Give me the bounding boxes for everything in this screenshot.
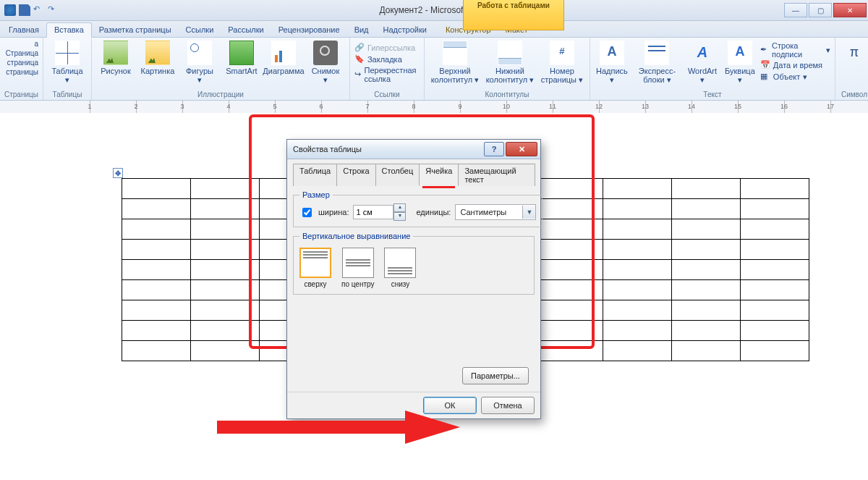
tab-page-layout[interactable]: Разметка страницы bbox=[92, 23, 179, 37]
units-label: единицы: bbox=[416, 208, 451, 216]
valign-center-option[interactable]: по центру bbox=[341, 248, 374, 288]
group-tables: Таблица▾ Таблицы bbox=[43, 38, 92, 100]
table-properties-dialog: Свойства таблицы ? ✕ Таблица Строка Стол… bbox=[286, 139, 541, 419]
crossref-button[interactable]: ↪Перекрестная ссылка bbox=[354, 65, 420, 84]
width-spinner[interactable]: ▲▼ bbox=[353, 203, 406, 221]
group-text: Надпись▾ Экспресс-блоки ▾ WordArt▾ Букви… bbox=[590, 38, 835, 100]
dialog-title: Свойства таблицы bbox=[293, 145, 362, 153]
tab-mailings[interactable]: Рассылки bbox=[221, 23, 271, 37]
smartart-icon bbox=[229, 41, 254, 65]
dialog-footer: ОК Отмена bbox=[287, 392, 540, 418]
redo-icon[interactable]: ↷ bbox=[48, 4, 59, 16]
ok-button[interactable]: ОК bbox=[423, 397, 477, 414]
dialog-tab-alt-text[interactable]: Замещающий текст bbox=[458, 164, 535, 186]
group-links: 🔗Гиперссылка 🔖Закладка ↪Перекрестная ссы… bbox=[350, 38, 425, 100]
equation-button[interactable]: π bbox=[840, 39, 868, 65]
crossref-icon: ↪ bbox=[354, 70, 362, 80]
hyperlink-button[interactable]: 🔗Гиперссылка bbox=[354, 42, 420, 54]
chart-button[interactable]: Диаграмма bbox=[264, 39, 303, 75]
size-legend: Размер bbox=[299, 190, 333, 199]
title-bar: ↶ ↷ Документ2 - Microsoft Word Работа с … bbox=[0, 0, 868, 21]
spin-up-button[interactable]: ▲ bbox=[393, 203, 406, 212]
dialog-titlebar[interactable]: Свойства таблицы ? ✕ bbox=[287, 140, 540, 159]
width-input[interactable] bbox=[353, 205, 393, 219]
tab-review[interactable]: Рецензирование bbox=[271, 23, 347, 37]
page-number-icon bbox=[550, 41, 574, 65]
ribbon-tabs: Главная Вставка Разметка страницы Ссылки… bbox=[0, 21, 868, 38]
header-button[interactable]: Верхний колонтитул ▾ bbox=[429, 39, 481, 84]
valign-legend: Вертикальное выравнивание bbox=[299, 232, 413, 240]
width-label: ширина: bbox=[318, 208, 349, 216]
window-buttons: — ▢ ✕ bbox=[784, 3, 868, 17]
word-icon bbox=[4, 4, 16, 16]
group-symbols: π Символ bbox=[835, 38, 868, 100]
contextual-tab-header: Работа с таблицами bbox=[463, 0, 564, 30]
page-number-button[interactable]: Номер страницы ▾ bbox=[539, 39, 585, 84]
shapes-icon bbox=[187, 41, 212, 65]
chevron-down-icon: ▼ bbox=[522, 206, 535, 219]
clipart-button[interactable]: Картинка bbox=[138, 39, 177, 75]
clipart-icon bbox=[145, 41, 170, 65]
parameters-button[interactable]: Параметры... bbox=[462, 367, 529, 384]
dialog-tab-cell[interactable]: Ячейка bbox=[419, 164, 459, 186]
width-checkbox[interactable] bbox=[302, 208, 312, 217]
tab-view[interactable]: Вид bbox=[347, 23, 376, 37]
wordart-button[interactable]: WordArt▾ bbox=[685, 39, 720, 84]
undo-icon[interactable]: ↶ bbox=[33, 4, 45, 16]
quickparts-icon bbox=[644, 41, 669, 65]
footer-icon bbox=[498, 41, 522, 65]
dialog-tabs: Таблица Строка Столбец Ячейка Замещающий… bbox=[293, 164, 535, 186]
chart-icon bbox=[271, 41, 296, 65]
valign-bottom-option[interactable]: снизу bbox=[384, 248, 416, 288]
date-time-button[interactable]: 📅Дата и время bbox=[760, 59, 830, 71]
quick-access-toolbar: ↶ ↷ bbox=[0, 4, 64, 16]
dialog-close-button[interactable]: ✕ bbox=[506, 142, 537, 156]
quickparts-button[interactable]: Экспресс-блоки ▾ bbox=[632, 39, 682, 84]
object-icon: ▦ bbox=[760, 72, 770, 82]
table-move-handle[interactable]: ✥ bbox=[113, 168, 123, 178]
screenshot-button[interactable]: Снимок▾ bbox=[306, 39, 345, 84]
dialog-help-button[interactable]: ? bbox=[484, 142, 504, 156]
valign-bottom-icon bbox=[384, 248, 416, 278]
ribbon: а Страница страница страницы Страницы Та… bbox=[0, 38, 868, 101]
dialog-tab-row[interactable]: Строка bbox=[336, 164, 375, 186]
group-pages: а Страница страница страницы Страницы bbox=[0, 38, 43, 100]
camera-icon bbox=[313, 41, 338, 65]
smartart-button[interactable]: SmartArt bbox=[222, 39, 261, 75]
group-headers-footers: Верхний колонтитул ▾ Нижний колонтитул ▾… bbox=[425, 38, 590, 100]
tab-insert[interactable]: Вставка bbox=[46, 22, 92, 38]
header-icon bbox=[443, 41, 467, 65]
hyperlink-icon: 🔗 bbox=[354, 43, 365, 53]
footer-button[interactable]: Нижний колонтитул ▾ bbox=[484, 39, 536, 84]
valign-top-icon bbox=[299, 248, 331, 278]
dialog-tab-column[interactable]: Столбец bbox=[375, 164, 420, 186]
tab-references[interactable]: Ссылки bbox=[179, 23, 221, 37]
tab-addins[interactable]: Надстройки bbox=[376, 23, 434, 37]
save-icon[interactable] bbox=[19, 4, 30, 16]
signature-line-button[interactable]: ✒Строка подписи ▾ bbox=[760, 41, 830, 59]
textbox-icon bbox=[600, 41, 624, 65]
table-button[interactable]: Таблица▾ bbox=[48, 39, 87, 84]
wordart-icon bbox=[690, 41, 715, 65]
shapes-button[interactable]: Фигуры▾ bbox=[180, 39, 219, 84]
dialog-tab-table[interactable]: Таблица bbox=[293, 164, 337, 186]
units-select[interactable]: Сантиметры ▼ bbox=[455, 204, 536, 220]
size-fieldset: Размер ширина: ▲▼ единицы: Сантиметры ▼ bbox=[293, 190, 542, 227]
signature-icon: ✒ bbox=[760, 45, 769, 55]
table-icon bbox=[55, 41, 80, 65]
textbox-button[interactable]: Надпись▾ bbox=[595, 39, 629, 84]
spin-down-button[interactable]: ▼ bbox=[393, 212, 406, 221]
tab-home[interactable]: Главная bbox=[1, 23, 46, 37]
close-button[interactable]: ✕ bbox=[833, 3, 867, 17]
bookmark-button[interactable]: 🔖Закладка bbox=[354, 54, 420, 65]
bookmark-icon: 🔖 bbox=[354, 54, 365, 64]
picture-button[interactable]: Рисунок bbox=[96, 39, 135, 75]
valign-top-option[interactable]: сверху bbox=[299, 248, 331, 288]
dropcap-button[interactable]: Буквица▾ bbox=[723, 39, 757, 84]
group-illustrations: Рисунок Картинка Фигуры▾ SmartArt Диагра… bbox=[92, 38, 350, 100]
minimize-button[interactable]: — bbox=[784, 3, 807, 17]
maximize-button[interactable]: ▢ bbox=[809, 3, 832, 17]
cancel-button[interactable]: Отмена bbox=[481, 397, 535, 414]
object-button[interactable]: ▦Объект ▾ bbox=[760, 71, 830, 83]
annotation-underline bbox=[422, 186, 455, 188]
